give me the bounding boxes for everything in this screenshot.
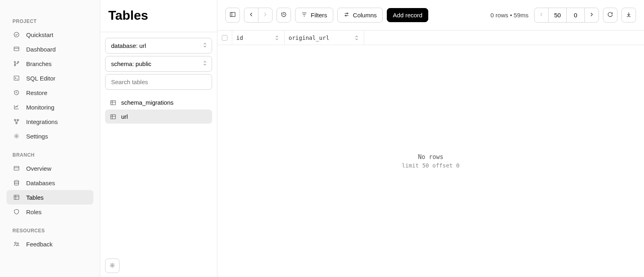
section-label-branch: BRANCH: [0, 149, 100, 161]
check-circle-icon: [13, 31, 20, 38]
svg-rect-15: [111, 100, 116, 105]
refresh-button[interactable]: [603, 8, 617, 23]
terminal-icon: [13, 74, 20, 82]
offset-input[interactable]: [566, 8, 585, 23]
select-all-cell: [217, 31, 232, 45]
columns-label: Columns: [353, 12, 377, 19]
sidebar-label: Feedback: [26, 241, 53, 248]
table-item-schema-migrations[interactable]: schema_migrations: [105, 95, 212, 110]
pagination-segment: [534, 8, 599, 23]
sidebar-item-tables[interactable]: Tables: [6, 190, 93, 205]
column-name: original_url: [289, 35, 329, 41]
sliders-icon: [343, 11, 350, 19]
download-icon: [625, 11, 632, 19]
table-item-label: schema_migrations: [121, 99, 173, 106]
chevron-left-icon: [538, 11, 545, 19]
sidebar-item-branches[interactable]: Branches: [6, 56, 93, 71]
svg-rect-1: [14, 47, 19, 51]
toolbar: Filters Columns Add record 0 rows • 59ms: [217, 0, 644, 31]
history-icon: [13, 89, 20, 96]
refresh-icon: [607, 11, 613, 19]
empty-state-main: No rows: [418, 153, 443, 161]
sidebar-item-dashboard[interactable]: Dashboard: [6, 42, 93, 56]
sidebar-label: Settings: [26, 133, 48, 140]
svg-point-9: [16, 135, 17, 137]
columns-button[interactable]: Columns: [337, 8, 383, 23]
table-settings-button[interactable]: [105, 258, 120, 273]
svg-point-19: [347, 13, 348, 14]
table-item-label: url: [121, 113, 128, 120]
chevron-left-icon: [248, 11, 254, 19]
sidebar-label: Tables: [26, 194, 43, 201]
add-record-button[interactable]: Add record: [387, 8, 428, 22]
column-name: id: [236, 35, 243, 41]
download-button[interactable]: [621, 8, 636, 23]
svg-point-13: [14, 242, 16, 244]
nav-segment: [244, 8, 272, 23]
people-icon: [13, 240, 20, 248]
rows-status: 0 rows • 59ms: [491, 12, 528, 19]
schema-select[interactable]: schema: public: [105, 56, 212, 72]
panel-left-icon: [229, 11, 236, 19]
table-icon: [13, 194, 20, 201]
page-title: Tables: [100, 0, 217, 32]
tables-panel: Tables database: url schema: public sche…: [100, 0, 217, 277]
sidebar-item-roles[interactable]: Roles: [6, 205, 93, 219]
filter-icon: [301, 11, 308, 19]
column-header-id[interactable]: id: [232, 31, 285, 45]
sort-icon[interactable]: [274, 35, 280, 41]
nav-forward-button[interactable]: [258, 8, 272, 23]
sidebar-label: Overview: [26, 165, 52, 172]
sidebar-label: Restore: [26, 89, 47, 96]
history-button[interactable]: [277, 8, 291, 23]
page-next-button[interactable]: [584, 8, 599, 23]
grid-body: No rows limit 50 offset 0: [217, 45, 644, 277]
filters-label: Filters: [311, 12, 327, 19]
git-branch-icon: [13, 60, 20, 67]
chart-line-icon: [13, 103, 20, 111]
sidebar-label: Databases: [26, 180, 55, 186]
panel-icon: [13, 165, 20, 172]
sidebar-label: Dashboard: [26, 46, 56, 53]
table-item-url[interactable]: url: [105, 110, 212, 124]
nodes-icon: [13, 118, 20, 125]
page-prev-button[interactable]: [534, 8, 549, 23]
toggle-sidebar-button[interactable]: [225, 8, 240, 23]
sidebar-item-overview[interactable]: Overview: [6, 161, 93, 176]
filters-button[interactable]: Filters: [295, 8, 333, 23]
sidebar-item-databases[interactable]: Databases: [6, 176, 93, 190]
sort-icon[interactable]: [353, 35, 360, 41]
sidebar-item-restore[interactable]: Restore: [6, 85, 93, 100]
sidebar-item-sql-editor[interactable]: SQL Editor: [6, 71, 93, 85]
table-icon: [110, 114, 116, 120]
svg-rect-12: [14, 195, 19, 200]
svg-point-4: [17, 61, 19, 62]
svg-rect-10: [14, 166, 19, 170]
svg-rect-16: [111, 114, 116, 119]
database-select[interactable]: database: url: [105, 38, 212, 54]
nav-back-button[interactable]: [244, 8, 258, 23]
sidebar-label: Integrations: [26, 118, 58, 125]
chevron-right-icon: [588, 11, 595, 19]
chevron-right-icon: [262, 11, 268, 19]
dashboard-icon: [13, 45, 20, 53]
search-tables-input[interactable]: [105, 74, 212, 90]
shield-icon: [13, 208, 20, 215]
select-all-checkbox[interactable]: [222, 35, 227, 41]
sidebar-item-settings[interactable]: Settings: [6, 129, 93, 143]
svg-point-20: [345, 15, 347, 16]
sidebar-item-quickstart[interactable]: Quickstart: [6, 27, 93, 42]
sidebar-item-monitoring[interactable]: Monitoring: [6, 100, 93, 114]
sidebar-item-feedback[interactable]: Feedback: [6, 237, 93, 251]
svg-rect-18: [230, 12, 235, 17]
sidebar-label: Branches: [26, 60, 52, 67]
section-label-resources: RESOURCES: [0, 225, 100, 237]
column-header-original-url[interactable]: original_url: [285, 31, 364, 45]
limit-input[interactable]: [548, 8, 567, 23]
database-icon: [13, 179, 20, 186]
sidebar-item-integrations[interactable]: Integrations: [6, 114, 93, 129]
sidebar: PROJECT Quickstart Dashboard Branches SQ…: [0, 0, 100, 277]
empty-state-sub: limit 50 offset 0: [402, 162, 459, 169]
sidebar-label: Roles: [26, 209, 41, 215]
svg-point-14: [17, 243, 19, 244]
